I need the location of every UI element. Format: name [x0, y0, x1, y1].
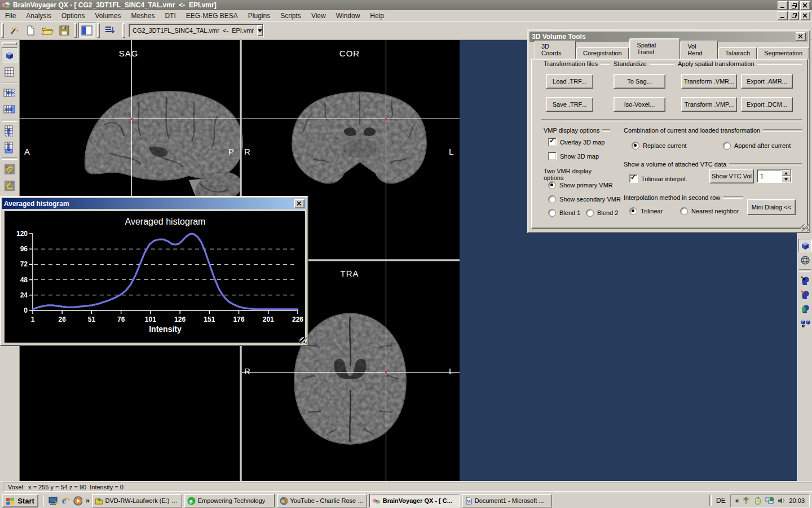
window-layout-button[interactable]	[78, 23, 95, 38]
menu-window[interactable]: Window	[331, 10, 365, 21]
restore-button[interactable]	[789, 1, 799, 10]
cor-crosshair-horizontal[interactable]	[242, 119, 460, 119]
minimize-button[interactable]	[778, 1, 788, 10]
task-youtube-firefox[interactable]: YouTube - Charlie Rose -...	[277, 494, 367, 507]
tab-spatial-transf[interactable]: Spatial Transf	[629, 38, 681, 59]
menu-plugins[interactable]: Plugins	[243, 10, 275, 21]
menu-help[interactable]: Help	[365, 10, 389, 21]
blend-2-radio[interactable]: Blend 2	[586, 209, 618, 217]
cor-crosshair-center[interactable]	[385, 118, 387, 120]
nearest-neighbor-radio[interactable]: Nearest neighbor	[680, 207, 739, 215]
trim-x-range-button[interactable]	[2, 86, 17, 101]
close-button[interactable]	[800, 1, 810, 10]
wireless-icon[interactable]	[742, 496, 751, 505]
tray-chevron[interactable]: «	[735, 497, 739, 505]
menu-view[interactable]: View	[306, 10, 331, 21]
menu-dti[interactable]: DTI	[160, 10, 180, 21]
transform-vmr-button[interactable]: Transform .VMR...	[681, 74, 737, 89]
dialog-resize-grip[interactable]	[801, 224, 809, 231]
child-restore-button[interactable]	[789, 11, 799, 20]
spinner-down-button[interactable]	[782, 176, 791, 182]
histogram-close-button[interactable]	[294, 199, 304, 208]
tab-talairach[interactable]: Talairach	[718, 47, 757, 59]
quick-launch-overflow[interactable]: »	[86, 497, 90, 505]
trilinear-radio[interactable]: Trilinear	[629, 207, 663, 215]
tab-segmentation[interactable]: Segmentation	[757, 47, 809, 59]
head-surface-button[interactable]	[799, 303, 811, 315]
internet-explorer-button[interactable]: e	[61, 496, 70, 505]
spinner-up-button[interactable]	[782, 170, 791, 176]
save-trf-button[interactable]: Save .TRF...	[546, 97, 593, 112]
task-dvd-drive[interactable]: DVD-RW-Laufwerk (E:) 0...	[92, 494, 182, 507]
histogram-title-bar[interactable]: Averaged histogram	[2, 198, 306, 209]
menu-options[interactable]: Options	[56, 10, 90, 21]
language-indicator[interactable]: DE	[712, 497, 730, 505]
new-file-button[interactable]	[23, 23, 38, 38]
replace-current-radio[interactable]: Replace current	[632, 142, 687, 150]
task-brainvoyager[interactable]: BrainVoyager QX - [ C...	[369, 494, 460, 507]
export-amr-button[interactable]: Export .AMR...	[741, 74, 793, 89]
toolbar-grip[interactable]	[2, 42, 17, 45]
tab-coregistration[interactable]: Coregistration	[576, 47, 628, 59]
tra-crosshair-horizontal[interactable]	[242, 372, 460, 373]
slice-grid-button[interactable]	[2, 65, 17, 80]
show-vtc-vol-button[interactable]: Show VTC Vol	[709, 169, 754, 183]
talairach-brain-button[interactable]	[2, 162, 17, 177]
append-after-current-radio[interactable]: Append after current	[723, 142, 791, 150]
task-word-document[interactable]: W Document1 - Microsoft ...	[462, 494, 552, 507]
mini-dialog-button[interactable]: Mini Dialog <<	[747, 199, 796, 215]
toolbar-grip[interactable]	[74, 23, 77, 38]
view-3d-cube-button[interactable]	[2, 47, 17, 63]
show-primary-vmr-radio[interactable]: Show primary VMR	[548, 181, 613, 189]
show-3d-map-checkbox[interactable]: Show 3D map	[548, 152, 599, 160]
cor-crosshair-vertical[interactable]	[386, 40, 386, 259]
menu-meshes[interactable]: Meshes	[126, 10, 160, 21]
child-minimize-button[interactable]	[778, 11, 788, 20]
mesh-sphere-button[interactable]	[799, 254, 811, 266]
vtc-volume-spinner[interactable]: 1	[757, 169, 792, 183]
document-selector[interactable]: CG2_3DT1FL_SINC4_TAL.vmr <- EPI.vmr	[129, 24, 264, 37]
sag-crosshair-center[interactable]	[131, 118, 133, 120]
to-sag-button[interactable]: To Sag...	[614, 74, 665, 89]
media-player-button[interactable]	[73, 496, 82, 505]
load-trf-button[interactable]: Load .TRF...	[546, 74, 593, 89]
resize-grip[interactable]	[299, 337, 307, 344]
trilinear-interpol-checkbox[interactable]: Trilinear interpol.	[629, 174, 687, 183]
log-list-button[interactable]	[102, 23, 117, 38]
head-align-button[interactable]	[799, 288, 811, 301]
toolbar-grip[interactable]	[97, 23, 100, 38]
task-empowering-technology[interactable]: e Empowering Technology	[184, 494, 275, 507]
show-secondary-vmr-radio[interactable]: Show secondary VMR	[548, 195, 621, 203]
volume-icon[interactable]	[777, 496, 786, 505]
document-selector-dropdown[interactable]	[257, 25, 263, 36]
expand-y-range-button[interactable]	[2, 141, 17, 155]
mesh-cube-button[interactable]	[798, 239, 812, 252]
open-file-button[interactable]	[39, 23, 55, 38]
menu-eeg-meg-besa[interactable]: EEG-MEG BESA	[181, 10, 243, 21]
iso-voxel-button[interactable]: Iso-Voxel...	[614, 97, 665, 112]
export-dcm-button[interactable]: Export .DCM...	[741, 97, 793, 112]
menu-scripts[interactable]: Scripts	[275, 10, 306, 21]
menu-analysis[interactable]: Analysis	[21, 10, 56, 21]
power-plug-icon[interactable]	[753, 496, 762, 505]
linked-volumes-button[interactable]	[799, 317, 811, 329]
tab-3d-coords[interactable]: 3D Coords	[535, 41, 576, 59]
menu-file[interactable]: File	[0, 10, 21, 21]
save-button[interactable]	[56, 23, 72, 38]
toolbar-grip[interactable]	[122, 23, 125, 38]
clock[interactable]: 20:03	[789, 497, 805, 504]
tra-crosshair-center[interactable]	[385, 371, 387, 373]
blend-1-radio[interactable]: Blend 1	[548, 209, 580, 217]
network-icon[interactable]	[765, 496, 774, 505]
expand-x-range-button[interactable]	[2, 103, 17, 117]
head-motion-button[interactable]	[799, 274, 811, 287]
toolbar-grip[interactable]	[1, 23, 4, 38]
tab-vol-rend[interactable]: Vol Rend	[681, 41, 718, 59]
overlay-3d-map-checkbox[interactable]: Overlay 3D map	[548, 138, 604, 146]
start-button[interactable]: Start	[2, 494, 38, 507]
dialog-close-button[interactable]	[796, 32, 806, 41]
wand-tool-button[interactable]	[6, 23, 21, 38]
acpc-brain-button[interactable]	[2, 178, 17, 193]
show-desktop-button[interactable]	[48, 496, 58, 505]
menu-volumes[interactable]: Volumes	[90, 10, 126, 21]
